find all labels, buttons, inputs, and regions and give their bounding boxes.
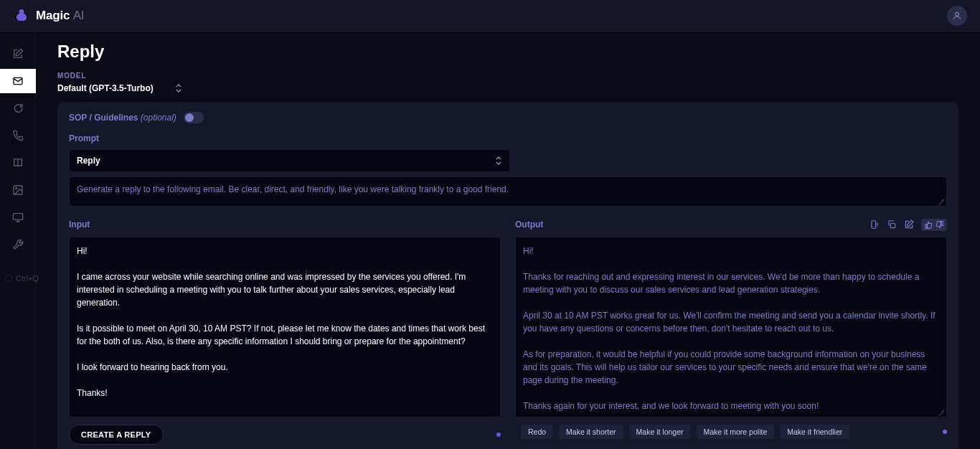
- logo-icon: [13, 7, 30, 24]
- sidebar: Ctrl+Q: [0, 32, 36, 449]
- sop-toggle[interactable]: [184, 112, 204, 123]
- resize-handle-icon[interactable]: [938, 197, 945, 204]
- main-content: Reply MODEL Default (GPT-3.5-Turbo) SOP …: [36, 32, 980, 449]
- prompt-selected: Reply: [77, 156, 100, 166]
- status-dot-icon: [943, 430, 947, 434]
- model-label: MODEL: [57, 72, 958, 80]
- editor-card: SOP / Guidelines (optional) Prompt Reply…: [57, 102, 958, 449]
- thumbs-up-icon[interactable]: [924, 220, 933, 230]
- logo-text: Magic AI: [36, 9, 84, 23]
- model-select[interactable]: Default (GPT-3.5-Turbo): [57, 83, 958, 93]
- svg-point-0: [956, 12, 959, 16]
- output-text[interactable]: Hi! Thanks for reaching out and expressi…: [515, 237, 947, 417]
- nav-compose[interactable]: [0, 42, 36, 66]
- logo[interactable]: Magic AI: [13, 7, 84, 24]
- input-label: Input: [69, 219, 90, 230]
- nav-desktop[interactable]: [0, 205, 36, 230]
- chip-longer[interactable]: Make it longer: [629, 425, 691, 439]
- prompt-label: Prompt: [69, 133, 947, 143]
- chip-redo[interactable]: Redo: [521, 425, 553, 439]
- status-dot-icon: [496, 433, 501, 437]
- nav-reply[interactable]: [0, 69, 36, 93]
- chevron-updown-icon: [495, 156, 502, 166]
- nav-call[interactable]: [0, 123, 36, 148]
- feedback-thumbs: [921, 219, 947, 231]
- nav-settings[interactable]: [0, 232, 36, 257]
- output-column: Output Hi! Thanks for reaching out and e…: [515, 218, 947, 445]
- prompt-description[interactable]: Generate a reply to the following email.…: [69, 176, 947, 207]
- svg-rect-4: [13, 214, 22, 220]
- topbar: Magic AI: [0, 0, 980, 32]
- nav-library[interactable]: [0, 151, 36, 175]
- svg-point-5: [6, 275, 12, 282]
- copy-icon[interactable]: [887, 219, 897, 230]
- svg-rect-6: [872, 221, 876, 229]
- create-reply-button[interactable]: CREATE A REPLY: [69, 425, 164, 445]
- chip-polite[interactable]: Make it more polite: [697, 425, 775, 439]
- edit-icon[interactable]: [904, 219, 914, 230]
- input-column: Input CREATE A REPLY: [69, 218, 501, 445]
- export-icon[interactable]: [870, 219, 880, 230]
- user-avatar[interactable]: [947, 6, 967, 26]
- svg-rect-7: [890, 223, 895, 227]
- chevron-updown-icon: [175, 83, 182, 93]
- suggestion-chips: Redo Make it shorter Make it longer Make…: [521, 425, 849, 439]
- thumbs-down-icon[interactable]: [935, 220, 944, 230]
- input-textarea[interactable]: [69, 237, 501, 417]
- output-actions: [870, 219, 947, 231]
- chip-friendlier[interactable]: Make it friendlier: [780, 425, 849, 439]
- chip-shorter[interactable]: Make it shorter: [559, 425, 623, 439]
- sop-label: SOP / Guidelines (optional): [69, 113, 176, 123]
- resize-handle-icon[interactable]: [938, 408, 945, 415]
- svg-point-3: [15, 188, 17, 189]
- nav-chat[interactable]: [0, 96, 36, 120]
- output-label: Output: [515, 219, 543, 230]
- sop-row: SOP / Guidelines (optional): [69, 112, 947, 123]
- model-value: Default (GPT-3.5-Turbo): [57, 83, 154, 93]
- page-title: Reply: [57, 42, 958, 62]
- prompt-select[interactable]: Reply: [69, 149, 510, 172]
- model-section: MODEL Default (GPT-3.5-Turbo): [57, 72, 958, 93]
- nav-image[interactable]: [0, 178, 36, 202]
- shortcut-badge: Ctrl+Q: [4, 274, 39, 283]
